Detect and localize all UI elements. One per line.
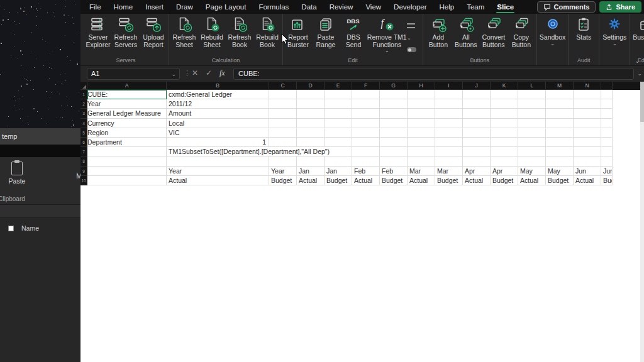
menu-tab-formulas[interactable]: Formulas [252,0,295,14]
ribbon-button-dbs-send[interactable]: DBSDBSSend [340,14,367,48]
cell-K9[interactable]: Apr [491,167,518,176]
cell-N4[interactable] [574,119,601,128]
cell-F4[interactable] [352,119,380,128]
cell-L5[interactable] [518,128,546,138]
cell-F8[interactable] [352,156,380,166]
cell-partial[interactable] [601,90,613,99]
select-all-checkbox[interactable] [8,226,14,231]
column-header-J[interactable]: J [463,82,491,90]
cell-L8[interactable] [518,156,546,166]
column-header-E[interactable]: E [325,82,352,90]
cell-H10[interactable]: Actual [408,176,435,185]
cell-J9[interactable]: Apr [463,167,491,176]
cell-I10[interactable]: Budget [435,176,463,185]
cell-D10[interactable]: Actual [297,176,325,185]
cell-I1[interactable] [435,90,463,99]
column-header-N[interactable]: N [574,82,601,90]
ribbon-button-copy-button[interactable]: CopyButton [508,14,535,48]
row-header-9[interactable]: 9 [80,167,87,176]
cell-partial[interactable] [601,128,613,138]
cell-partial[interactable] [601,109,613,118]
cell-N1[interactable] [574,90,601,99]
row-header-4[interactable]: 4 [80,119,87,128]
cell-A6[interactable]: Department [87,138,167,147]
cell-D1[interactable] [297,90,325,99]
cell-I9[interactable]: Mar [435,167,463,176]
cell-E5[interactable] [325,128,352,138]
cell-B6[interactable]: 1 [167,138,269,147]
cell-C4[interactable] [269,119,297,128]
cell-N3[interactable] [574,109,601,118]
cell-K10[interactable]: Budget [491,176,518,185]
cell-L7[interactable] [518,147,546,156]
cell-M9[interactable]: May [546,167,574,176]
menu-tab-slice[interactable]: Slice [491,0,520,14]
cell-E2[interactable] [325,99,352,109]
cell-M7[interactable] [546,147,574,156]
cell-B2[interactable]: 2011/12 [167,99,269,109]
cell-J1[interactable] [463,90,491,99]
formula-input[interactable]: CUBE: [233,68,634,80]
cell-I7[interactable] [435,147,463,156]
cell-H1[interactable] [408,90,435,99]
cell-M8[interactable] [546,156,574,166]
cell-B5[interactable]: VIC [167,128,269,138]
ribbon-button-paste-range[interactable]: PasteRange [312,14,340,48]
column-header-I[interactable]: I [435,82,463,90]
row-header-1[interactable]: 1 [80,90,87,99]
column-header-L[interactable]: L [518,82,546,90]
cell-B10[interactable]: Actual [167,176,269,185]
cell-I8[interactable] [435,156,463,166]
cell-A3[interactable]: General Ledger Measure [87,109,167,118]
cell-L3[interactable] [518,109,546,118]
cell-A8[interactable] [87,156,167,166]
comments-button[interactable]: Comments [537,1,596,13]
column-header-H[interactable]: H [408,82,435,90]
cell-N6[interactable] [574,138,601,147]
cell-partial[interactable] [601,138,613,147]
cell-M5[interactable] [546,128,574,138]
row-header-3[interactable]: 3 [80,109,87,118]
cell-K6[interactable] [491,138,518,147]
cell-F10[interactable]: Actual [352,176,380,185]
cell-L6[interactable] [518,138,546,147]
cell-D3[interactable] [297,109,325,118]
cell-E4[interactable] [325,119,352,128]
cell-A1[interactable]: CUBE: [87,90,167,99]
cell-G10[interactable]: Budget [380,176,408,185]
menu-tab-help[interactable]: Help [433,0,461,14]
cell-H6[interactable] [408,138,435,147]
cell-partial[interactable]: Budget [601,176,613,185]
cell-C1[interactable] [269,90,297,99]
cell-M3[interactable] [546,109,574,118]
cell-N10[interactable]: Actual [574,176,601,185]
cell-H8[interactable] [408,156,435,166]
cell-K1[interactable] [491,90,518,99]
ribbon-button-refresh-servers[interactable]: RefreshServers [112,14,140,48]
cell-M10[interactable]: Budget [546,176,574,185]
name-box-chevron-icon[interactable]: ⌄ [171,69,176,79]
collapse-ribbon-icon[interactable]: ⌄ [635,58,640,64]
cell-N5[interactable] [574,128,601,138]
cell-E9[interactable]: Jan [325,167,352,176]
cell-M1[interactable] [546,90,574,99]
ribbon-button-add-button[interactable]: AddButton [425,14,452,48]
cell-I6[interactable] [435,138,463,147]
cell-K4[interactable] [491,119,518,128]
cell-G5[interactable] [380,128,408,138]
ribbon-button-sandbox[interactable]: Sandbox⌄ [538,14,567,46]
cell-C9[interactable]: Year [269,167,297,176]
cell-L4[interactable] [518,119,546,128]
confirm-entry-icon[interactable]: ✓ [206,69,212,77]
cell-C2[interactable] [269,99,297,109]
cell-G2[interactable] [380,99,408,109]
row-header-5[interactable]: 5 [80,128,87,138]
ribbon-button-refresh-sheet[interactable]: RefreshSheet [170,14,198,48]
cell-G6[interactable] [380,138,408,147]
cell-F9[interactable]: Feb [352,167,380,176]
menu-tab-page-layout[interactable]: Page Layout [199,0,253,14]
cell-A4[interactable]: Currency [87,119,167,128]
cell-H4[interactable] [408,119,435,128]
cell-B3[interactable]: Amount [167,109,269,118]
cell-C6[interactable] [269,138,297,147]
